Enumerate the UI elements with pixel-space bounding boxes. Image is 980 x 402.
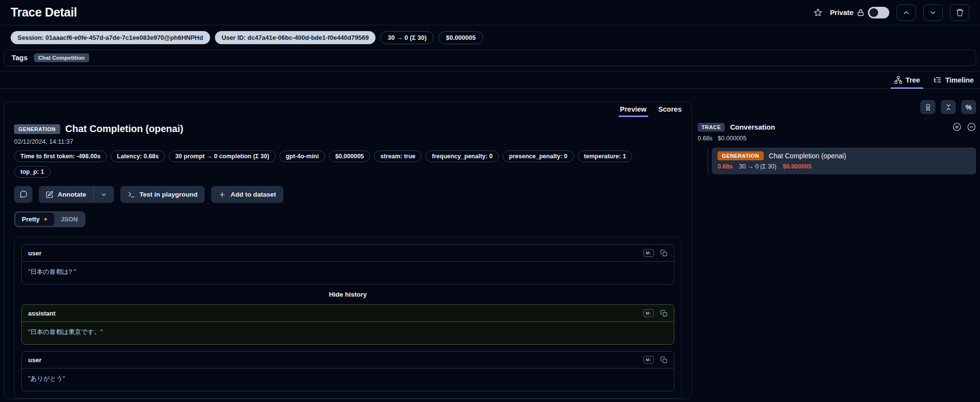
markdown-toggle-icon[interactable]: M↓ (643, 356, 654, 364)
pill-frequency-penalty: frequency_penalty: 0 (425, 151, 499, 162)
annotate-button-group: Annotate (39, 186, 114, 203)
trace-metrics: 0.68s $0.000005 (698, 135, 976, 142)
trace-meta-row: Session: 01aaacf6-e0fe-457d-a7de-7c1ee08… (11, 31, 969, 44)
public-toggle[interactable] (868, 7, 889, 18)
playground-label: Test in playground (140, 191, 198, 198)
generation-type-badge: GENERATION (718, 151, 764, 160)
content-area: Preview Scores GENERATION Chat Completio… (0, 89, 980, 399)
format-pretty-segment[interactable]: Pretty ✦ (16, 213, 54, 226)
observation-title: Chat Completion (openai) (65, 123, 183, 134)
pill-latency: Latency: 0.68s (111, 151, 165, 162)
message-user-1: user M↓ "日本の首都は? " (21, 244, 674, 285)
message-role: user (28, 356, 41, 364)
copy-icon[interactable] (660, 250, 668, 257)
tab-preview[interactable]: Preview (620, 105, 647, 117)
terminal-icon (128, 191, 135, 199)
annotate-dropdown-button[interactable] (94, 186, 114, 203)
header-bar: Trace Detail Private (0, 0, 980, 25)
tab-timeline-label: Timeline (945, 76, 974, 84)
list-tree-icon (933, 76, 942, 84)
tree-icon (894, 76, 902, 84)
sparkles-icon: ✦ (43, 216, 48, 223)
message-role: user (28, 250, 41, 257)
bookmark-star-icon[interactable] (813, 8, 823, 17)
message-content: "日本の首都は? " (22, 262, 674, 284)
tab-tree[interactable]: Tree (894, 75, 921, 88)
pill-token-usage: 30 prompt → 0 completion (Σ 30) (169, 151, 276, 162)
message-content: "日本の首都は東京です。" (22, 322, 674, 344)
copy-icon[interactable] (660, 356, 668, 364)
message-tools: M↓ (643, 249, 668, 257)
message-assistant: assistant M↓ "日本の首都は東京です。" (21, 304, 674, 345)
markdown-toggle-icon[interactable]: M↓ (643, 249, 654, 257)
pill-model[interactable]: gpt-4o-mini (279, 151, 325, 162)
action-buttons-row: Annotate Test in playground Add to datas… (14, 186, 682, 203)
pill-cost: $0.000005 (329, 151, 370, 162)
award-icon (924, 103, 932, 111)
chevron-up-icon (902, 9, 910, 17)
generation-node-metrics: 0.68s 30 → 0 (Σ 30) $0.000005 (718, 163, 970, 170)
tree-children: GENERATION Chat Completion (openai) 0.68… (708, 148, 976, 174)
hide-history-button[interactable]: Hide history (21, 291, 674, 298)
trace-tree-panel: % TRACE Conversation 0.68s $0.000005 GEN… (698, 100, 976, 174)
annotate-label: Annotate (58, 191, 86, 198)
total-cost-badge: $0.000005 (439, 31, 483, 44)
tab-scores[interactable]: Scores (658, 105, 682, 117)
trace-root-node[interactable]: TRACE Conversation (698, 122, 976, 132)
message-user-2: user M↓ "ありがとう" (21, 351, 674, 391)
message-role: assistant (28, 310, 55, 317)
message-tools: M↓ (643, 356, 668, 364)
session-badge[interactable]: Session: 01aaacf6-e0fe-457d-a7de-7c1ee08… (11, 31, 210, 44)
tags-row: Tags Chat Competition (4, 50, 976, 66)
pretty-label: Pretty (22, 216, 40, 223)
markdown-toggle-icon[interactable]: M↓ (643, 309, 654, 317)
privacy-control: Private (830, 7, 889, 18)
collapse-all-button[interactable] (941, 100, 956, 114)
add-to-dataset-button[interactable]: Add to dataset (211, 186, 283, 203)
format-json-segment[interactable]: JSON (54, 213, 84, 226)
collapse-all-icon[interactable] (967, 122, 976, 132)
observation-panel: Preview Scores GENERATION Chat Completio… (4, 101, 692, 399)
message-tools: M↓ (643, 309, 668, 317)
generation-tokens: 30 → 0 (Σ 30) (739, 163, 776, 170)
pill-time-to-first-token: Time to first token: -498.00s (14, 151, 107, 162)
toggle-knob (869, 8, 878, 17)
annotate-button[interactable]: Annotate (39, 186, 93, 203)
comments-button[interactable] (14, 186, 33, 203)
pill-top-p: top_p: 1 (14, 166, 50, 178)
generation-node-header: GENERATION Chat Completion (openai) (718, 151, 970, 160)
user-id-badge[interactable]: User ID: dc47a41e-06bc-400d-bde1-f0e440d… (215, 31, 376, 44)
tree-expand-controls (952, 122, 976, 132)
percent-icon: % (965, 103, 971, 111)
pill-temperature: temperature: 1 (578, 151, 633, 162)
trace-name: Conversation (730, 123, 775, 131)
expand-all-icon[interactable] (952, 122, 962, 132)
format-toggle: Pretty ✦ JSON (14, 211, 85, 227)
next-trace-button[interactable] (923, 4, 943, 21)
observation-tabs: Preview Scores (4, 102, 691, 117)
trace-latency: 0.68s (698, 135, 713, 142)
messages-container: user M↓ "日本の首都は? " Hide history assistan… (14, 237, 682, 399)
comment-bubble-icon (19, 190, 28, 199)
tag-chip[interactable]: Chat Competition (34, 53, 89, 62)
pill-stream: stream: true (374, 151, 422, 162)
square-pen-icon (46, 191, 53, 199)
copy-icon[interactable] (660, 310, 668, 317)
test-in-playground-button[interactable]: Test in playground (120, 186, 205, 203)
lock-icon (857, 9, 865, 17)
toggle-scores-button[interactable] (920, 100, 935, 114)
page-title: Trace Detail (11, 5, 77, 19)
trace-cost: $0.000005 (718, 135, 747, 142)
trace-type-badge: TRACE (698, 123, 725, 132)
delete-trace-button[interactable] (950, 4, 969, 21)
observation-body: GENERATION Chat Completion (openai) 02/1… (4, 117, 691, 399)
tags-label: Tags (12, 54, 28, 62)
tab-timeline[interactable]: Timeline (933, 75, 974, 88)
pill-presence-penalty: presence_penalty: 0 (503, 151, 573, 162)
toggle-metrics-button[interactable]: % (961, 100, 976, 114)
message-content: "ありがとう" (22, 368, 674, 391)
generation-cost: $0.000005 (783, 163, 812, 170)
previous-trace-button[interactable] (897, 4, 916, 21)
generation-node-selected[interactable]: GENERATION Chat Completion (openai) 0.68… (712, 148, 976, 174)
trash-icon (956, 8, 964, 17)
